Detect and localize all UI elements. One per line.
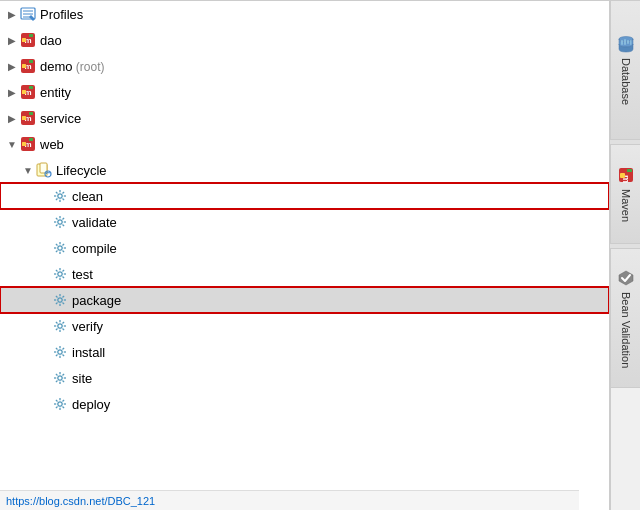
svg-point-83 (58, 350, 62, 354)
arrow-service[interactable] (4, 110, 20, 126)
svg-line-81 (63, 322, 65, 324)
svg-line-72 (63, 296, 65, 298)
svg-line-44 (63, 225, 65, 227)
svg-point-101 (58, 402, 62, 406)
svg-rect-114 (630, 40, 632, 45)
icon-lifecycle (36, 162, 52, 178)
icon-entity: m (20, 84, 36, 100)
svg-rect-111 (621, 40, 623, 45)
tree-item-lifecycle[interactable]: Lifecycle (0, 157, 609, 183)
url-text: https://blog.csdn.net/DBC_121 (6, 495, 155, 507)
svg-line-108 (63, 400, 65, 402)
svg-line-52 (56, 244, 58, 246)
tree-item-test[interactable]: test (0, 261, 609, 287)
svg-line-98 (63, 381, 65, 383)
svg-line-53 (63, 251, 65, 253)
tree-item-entity[interactable]: m entity (0, 79, 609, 105)
svg-rect-12 (29, 60, 33, 63)
svg-line-97 (56, 374, 58, 376)
svg-rect-20 (29, 112, 33, 115)
svg-rect-24 (29, 138, 33, 141)
arrow-web[interactable] (4, 136, 20, 152)
tree-item-package[interactable]: package (0, 287, 609, 313)
svg-rect-15 (22, 90, 26, 94)
svg-point-92 (58, 376, 62, 380)
tree-item-web[interactable]: m web (0, 131, 609, 157)
svg-rect-19 (22, 116, 26, 120)
svg-line-100 (56, 381, 58, 383)
svg-line-107 (63, 407, 65, 409)
bean-validation-tab[interactable]: Bean Validation (610, 248, 640, 388)
svg-point-65 (58, 298, 62, 302)
svg-rect-11 (22, 64, 26, 68)
label-profiles: Profiles (40, 7, 83, 22)
tree-item-dao[interactable]: m dao (0, 27, 609, 53)
label-lifecycle: Lifecycle (56, 163, 107, 178)
svg-point-29 (58, 194, 62, 198)
label-deploy: deploy (72, 397, 110, 412)
svg-point-47 (58, 246, 62, 250)
icon-compile (52, 240, 68, 256)
label-web: web (40, 137, 64, 152)
arrow-lifecycle[interactable] (20, 162, 36, 178)
tree-item-service[interactable]: m service (0, 105, 609, 131)
maven-tab-label: Maven (620, 189, 632, 222)
tree-item-verify[interactable]: verify (0, 313, 609, 339)
svg-line-82 (56, 329, 58, 331)
arrow-profiles[interactable] (4, 6, 20, 22)
svg-rect-8 (29, 34, 33, 37)
svg-line-64 (56, 277, 58, 279)
arrow-dao[interactable] (4, 32, 20, 48)
suffix-demo: (root) (73, 60, 105, 74)
arrow-entity[interactable] (4, 84, 20, 100)
tree-item-profiles[interactable]: Profiles (0, 1, 609, 27)
maven-tab[interactable]: m Maven (610, 144, 640, 244)
svg-rect-118 (627, 169, 632, 172)
database-tab-label: Database (620, 58, 632, 105)
icon-site (52, 370, 68, 386)
tree-item-deploy[interactable]: deploy (0, 391, 609, 417)
svg-line-61 (56, 270, 58, 272)
svg-rect-23 (22, 142, 26, 146)
svg-line-106 (56, 400, 58, 402)
label-site: site (72, 371, 92, 386)
label-demo: demo (root) (40, 59, 105, 74)
svg-marker-28 (48, 172, 50, 174)
icon-profiles (20, 6, 36, 22)
arrow-demo[interactable] (4, 58, 20, 74)
svg-line-70 (56, 296, 58, 298)
tree-item-install[interactable]: install (0, 339, 609, 365)
svg-line-79 (56, 322, 58, 324)
svg-point-38 (58, 220, 62, 224)
svg-line-45 (63, 218, 65, 220)
svg-line-109 (56, 407, 58, 409)
tree-item-validate[interactable]: validate (0, 209, 609, 235)
svg-point-74 (58, 324, 62, 328)
label-validate: validate (72, 215, 117, 230)
svg-line-54 (63, 244, 65, 246)
svg-line-43 (56, 218, 58, 220)
tree-item-compile[interactable]: compile (0, 235, 609, 261)
icon-verify (52, 318, 68, 334)
icon-web: m (20, 136, 36, 152)
icon-validate (52, 214, 68, 230)
icon-demo: m (20, 58, 36, 74)
svg-line-73 (56, 303, 58, 305)
svg-point-56 (58, 272, 62, 276)
tree-item-clean[interactable]: clean (0, 183, 609, 209)
maven-icon: m (616, 165, 636, 185)
label-clean: clean (72, 189, 103, 204)
icon-service: m (20, 110, 36, 126)
url-bar: https://blog.csdn.net/DBC_121 (0, 490, 579, 510)
svg-rect-113 (627, 40, 629, 44)
svg-rect-112 (624, 39, 626, 45)
icon-clean (52, 188, 68, 204)
tree-item-site[interactable]: site (0, 365, 609, 391)
tree-item-demo[interactable]: m demo (root) (0, 53, 609, 79)
svg-line-89 (63, 355, 65, 357)
svg-line-71 (63, 303, 65, 305)
right-panels: Database m Maven Bean Validat (610, 0, 640, 510)
label-service: service (40, 111, 81, 126)
database-tab[interactable]: Database (610, 0, 640, 140)
tree-panel[interactable]: Profiles m dao m demo (root) m entity m … (0, 0, 610, 510)
